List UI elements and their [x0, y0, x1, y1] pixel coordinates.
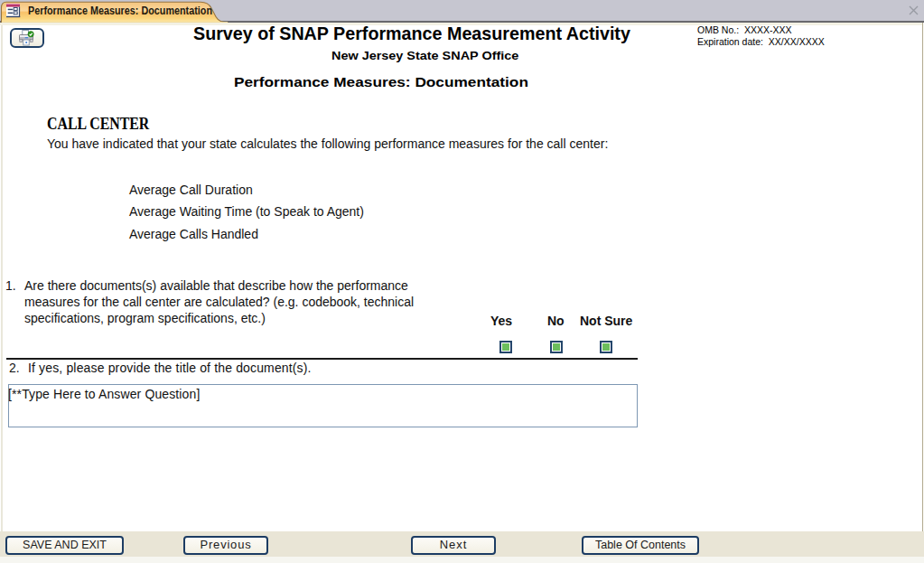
svg-text:Performance Measures: Document: Performance Measures: Documentation	[28, 4, 212, 17]
